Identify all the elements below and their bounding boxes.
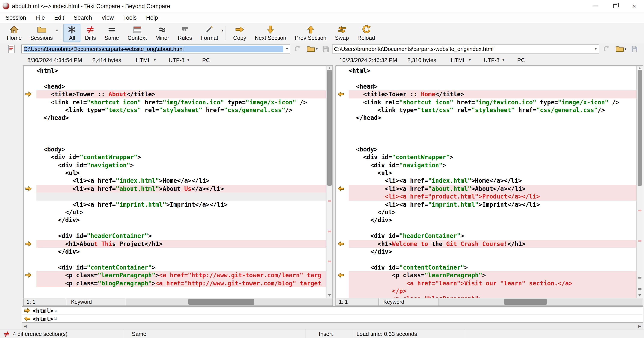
code-line[interactable]: <head> [36,82,326,90]
right-vscroll-thumb[interactable] [638,70,642,186]
right-revert-button[interactable] [604,46,611,52]
right-path-input[interactable]: C:\Users\brunobrito\Documents\carparts-w… [332,44,599,53]
code-line[interactable]: <a href="learn">Visit our "learn" sectio… [349,279,636,287]
menu-search[interactable]: Search [69,12,97,23]
code-line[interactable]: <p class="blogParagraph"> [349,295,636,298]
code-line[interactable]: <li><a href="imprint.html">Imprint</a></… [36,200,326,208]
code-line[interactable]: <div id="navigation"> [36,161,326,169]
reload-button[interactable]: Reload [353,24,379,42]
chevron-down-icon[interactable]: ▾ [592,47,598,51]
left-vscroll-thumb[interactable] [327,70,332,186]
chevron-down-icon[interactable]: ▾ [502,58,504,62]
chevron-down-icon[interactable]: ▾ [284,47,289,51]
format-button[interactable]: Format ▾ [196,24,222,42]
code-line[interactable]: <title>Tower :: About</title> [36,90,326,98]
hscroll-track[interactable] [29,323,636,329]
menu-view[interactable]: View [97,12,118,23]
code-line[interactable] [36,138,326,146]
chevron-down-icon[interactable]: ▾ [154,58,156,62]
code-line[interactable]: <li><a href="about.html">About Us</a></l… [36,185,326,193]
right-code[interactable]: <html> <head> <title>Tower :: Home</titl… [348,66,636,298]
chevron-down-icon[interactable]: ▾ [624,47,626,51]
left-save-button[interactable] [322,46,329,52]
code-line[interactable]: <li><a href="index.html">Home</a></li> [36,177,326,185]
code-line[interactable]: </div> [349,248,636,256]
code-line[interactable] [36,130,326,138]
sessions-dropdown-caret-icon[interactable]: ▾ [56,28,58,32]
left-code[interactable]: <html> <head> <title>Tower :: About</tit… [36,66,326,298]
home-button[interactable]: Home [2,24,26,42]
code-line[interactable]: </p> [349,287,636,295]
left-hscrollbar[interactable] [126,298,332,306]
context-button[interactable]: Context [123,24,151,42]
code-line[interactable] [36,295,326,298]
code-line[interactable] [349,256,636,264]
code-line[interactable]: </ul> [36,208,326,216]
chevron-down-icon[interactable]: ▾ [469,58,471,62]
chevron-down-icon[interactable]: ▾ [316,47,318,51]
right-vscrollbar[interactable] [636,66,643,298]
right-format-select[interactable]: HTML [451,57,466,63]
code-line[interactable]: <link rel="shortcut icon" href="img/favi… [349,98,636,106]
code-line[interactable]: <link type="text/css" rel="stylesheet" h… [349,106,636,114]
code-line[interactable]: <body> [349,146,636,154]
diff-section-arrow-icon[interactable] [336,185,348,193]
code-line[interactable] [36,256,326,264]
code-line[interactable]: <body> [36,146,326,154]
scroll-down-icon[interactable] [328,294,331,296]
code-line[interactable] [36,224,326,232]
code-line[interactable]: <div id="headerContainer"> [36,232,326,240]
code-line[interactable]: </div> [36,248,326,256]
diff-section-arrow-icon[interactable] [336,90,348,98]
code-line[interactable]: <p class="learnParagraph"><a href="http:… [36,271,326,279]
code-line[interactable]: </head> [36,114,326,122]
code-line[interactable]: <ul> [349,169,636,177]
rules-button[interactable]: Rules [174,24,196,42]
code-line[interactable]: <li><a href="about.html">About</a></li> [349,185,636,193]
code-line[interactable] [36,75,326,82]
chevron-down-icon[interactable]: ▾ [188,58,189,62]
code-line[interactable]: <li><a href="product.html">Product</a></… [349,193,636,201]
format-dropdown-caret-icon[interactable]: ▾ [222,28,223,32]
menu-file[interactable]: File [31,12,50,23]
code-line[interactable]: <div id="contentContainer"> [349,264,636,272]
minor-button[interactable]: Minor [151,24,174,42]
menu-tools[interactable]: Tools [118,12,142,23]
code-line[interactable]: <div id="navigation"> [349,161,636,169]
right-encoding-select[interactable]: UTF-8 [484,57,500,63]
left-path-input[interactable]: C:\Users\brunobrito\Documents\carparts-w… [22,44,290,53]
filter-diffs-button[interactable]: Diffs [81,24,100,42]
code-line[interactable]: </div> [36,216,326,224]
left-revert-button[interactable] [295,46,302,52]
sessions-button[interactable]: Sessions ▾ [26,24,57,42]
diff-section-arrow-icon[interactable] [24,271,36,279]
code-line[interactable] [349,75,636,82]
code-line[interactable]: <h1>Welcome to the Git Crash Course!</h1… [349,240,636,248]
left-encoding-select[interactable]: UTF-8 [168,57,184,63]
code-line[interactable] [349,138,636,146]
left-hscroll-thumb[interactable] [188,299,254,305]
right-hscroll-thumb[interactable] [504,299,547,305]
code-line[interactable]: <html> [349,67,636,75]
scroll-left-button[interactable]: ◀ [22,323,29,329]
left-format-select[interactable]: HTML [136,57,151,63]
next-section-button[interactable]: Next Section [250,24,290,42]
diff-section-arrow-icon[interactable] [24,90,36,98]
code-line[interactable]: </ul> [349,208,636,216]
code-line[interactable]: <p class="blogParagraph"><a href="http:/… [36,279,326,287]
code-line[interactable]: <html> [36,67,326,75]
code-line[interactable]: <head> [349,82,636,90]
code-line[interactable]: <link type="text/css" rel="stylesheet" h… [36,106,326,114]
missing-line-gap[interactable] [36,193,326,201]
right-hscrollbar[interactable] [438,298,643,306]
scroll-up-icon[interactable] [638,67,641,69]
scroll-up-icon[interactable] [328,67,331,69]
code-line[interactable] [36,287,326,295]
code-line[interactable] [349,122,636,130]
close-button[interactable]: × [625,0,644,12]
prev-section-button[interactable]: Prev Section [290,24,330,42]
restore-button[interactable] [606,0,625,12]
code-line[interactable]: </head> [349,114,636,122]
code-line[interactable]: </div> [349,216,636,224]
code-line[interactable]: <p class="learnParagraph"> [349,271,636,279]
